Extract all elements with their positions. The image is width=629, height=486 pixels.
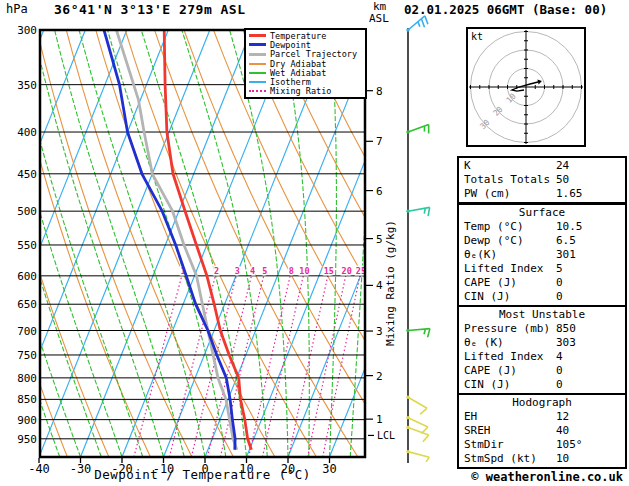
table-row-label: Pressure (mb): [464, 322, 550, 335]
hodograph-unit-label: kt: [471, 31, 483, 42]
table-section: Most UnstablePressure (mb)850θₑ (K)303Li…: [457, 305, 627, 395]
table-row-label: PW (cm): [464, 187, 510, 200]
table-row-value: 0: [556, 290, 563, 304]
table-row-value: 5: [556, 262, 563, 276]
table-row-value: 301: [556, 248, 576, 262]
table-row-label: CIN (J): [464, 290, 510, 303]
mixing-ratio-label: 10: [299, 266, 309, 276]
table-row-label: Lifted Index: [464, 350, 543, 363]
table-row: CIN (J)0: [459, 290, 625, 304]
wind-barb: [406, 426, 428, 442]
legend-item: Temperature: [249, 31, 365, 40]
km-tick-label: 6: [376, 185, 383, 198]
table-row: EH12: [459, 410, 625, 424]
table-row: Lifted Index5: [459, 262, 625, 276]
km-tick-label: 3: [376, 325, 383, 338]
legend-swatch: [249, 90, 266, 92]
table-section: SurfaceTemp (°C)10.5Dewp (°C)6.5θₑ(K)301…: [457, 203, 627, 307]
table-row-label: CIN (J): [464, 378, 510, 391]
table-row-label: CAPE (J): [464, 364, 517, 377]
pressure-tick-label: 400: [17, 126, 37, 139]
pressure-tick-label: 450: [17, 168, 37, 181]
table-row-value: 24: [556, 159, 569, 173]
pressure-tick-label: 550: [17, 239, 37, 252]
mixing-ratio-label: 3: [235, 266, 240, 276]
pressure-tick-label: 300: [17, 24, 37, 37]
table-row: Temp (°C)10.5: [459, 220, 625, 234]
table-row-label: K: [464, 159, 471, 172]
table-row-value: 10: [556, 452, 569, 466]
page-title: 36°41'N 3°13'E 279m ASL: [54, 2, 246, 17]
legend-swatch: [249, 81, 266, 83]
km-tick-label: 5: [376, 233, 383, 246]
mixing-ratio-label: 2: [214, 266, 219, 276]
pressure-tick-label: 750: [17, 349, 37, 362]
table-section: HodographEH12SREH40StmDir105°StmSpd (kt)…: [457, 393, 627, 469]
wind-barb: [406, 329, 430, 338]
wind-barb: [406, 207, 429, 216]
table-row: K24: [459, 159, 625, 173]
table-row-label: Dewp (°C): [464, 234, 524, 247]
mixing-ratio-label: 4: [250, 266, 255, 276]
table-row-value: 6.5: [556, 234, 576, 248]
table-row-label: StmDir: [464, 438, 504, 451]
legend-item: Wet Adiabat: [249, 68, 365, 77]
wet-adiabat-line: [33, 30, 164, 457]
mixing-ratio-label: 5: [262, 266, 267, 276]
legend-swatch: [249, 43, 266, 46]
legend-label: Mixing Ratio: [270, 86, 331, 96]
table-row-label: StmSpd (kt): [464, 452, 537, 465]
table-row: θₑ(K)301: [459, 248, 625, 262]
table-row: CAPE (J)0: [459, 364, 625, 378]
table-section-header: Hodograph: [459, 396, 625, 410]
sounding-page: 1234581015202530035040045050055060065070…: [0, 0, 629, 486]
table-row-value: 1.65: [556, 187, 583, 201]
table-row-value: 12: [556, 410, 569, 424]
table-section-header: Surface: [459, 206, 625, 220]
pressure-tick-label: 800: [17, 372, 37, 385]
table-row-label: Lifted Index: [464, 262, 543, 275]
legend-swatch: [249, 34, 266, 37]
table-row: StmSpd (kt)10: [459, 452, 625, 466]
table-row-value: 850: [556, 322, 576, 336]
legend-item: Dewpoint: [249, 40, 365, 49]
x-axis-title: Dewpoint / Temperature (°C): [40, 467, 365, 482]
km-tick-label: 7: [376, 135, 383, 148]
km-tick-label: 2: [376, 370, 383, 383]
lcl-label: LCL: [377, 430, 395, 441]
pressure-axis-unit: hPa: [6, 2, 28, 16]
table-row-label: θₑ (K): [464, 336, 504, 349]
table-row-value: 40: [556, 424, 569, 438]
table-row-value: 0: [556, 378, 563, 392]
run-date: 02.01.2025 06GMT (Base: 00): [404, 2, 607, 17]
height-axis-unit: km ASL: [369, 1, 389, 25]
table-section-header: Most Unstable: [459, 308, 625, 322]
table-row: CAPE (J)0: [459, 276, 625, 290]
table-row-label: Temp (°C): [464, 220, 524, 233]
wet-adiabat-line: [0, 30, 18, 457]
pressure-tick-label: 950: [17, 433, 37, 446]
pressure-tick-label: 900: [17, 414, 37, 427]
table-row-value: 0: [556, 364, 563, 378]
table-row: CIN (J)0: [459, 378, 625, 392]
km-tick-label: 8: [376, 85, 383, 98]
table-row: Pressure (mb)850: [459, 322, 625, 336]
pressure-tick-label: 600: [17, 270, 37, 283]
table-row-value: 4: [556, 350, 563, 364]
table-row-label: SREH: [464, 424, 491, 437]
legend-item: Dry Adiabat: [249, 59, 365, 68]
table-row: Dewp (°C)6.5: [459, 234, 625, 248]
table-row-label: Totals Totals: [464, 173, 550, 186]
mixing-ratio-label: 15: [324, 266, 334, 276]
table-row-label: EH: [464, 410, 477, 423]
pressure-tick-label: 650: [17, 298, 37, 311]
pressure-tick-label: 350: [17, 79, 37, 92]
legend-item: Parcel Trajectory: [249, 50, 365, 59]
table-row-value: 105°: [556, 438, 583, 452]
legend-item: Mixing Ratio: [249, 87, 365, 96]
height-axis-unit-asl: ASL: [369, 13, 389, 25]
table-row-value: 10.5: [556, 220, 583, 234]
table-row: StmDir105°: [459, 438, 625, 452]
legend-swatch: [249, 53, 266, 56]
wind-barb: [406, 396, 427, 414]
